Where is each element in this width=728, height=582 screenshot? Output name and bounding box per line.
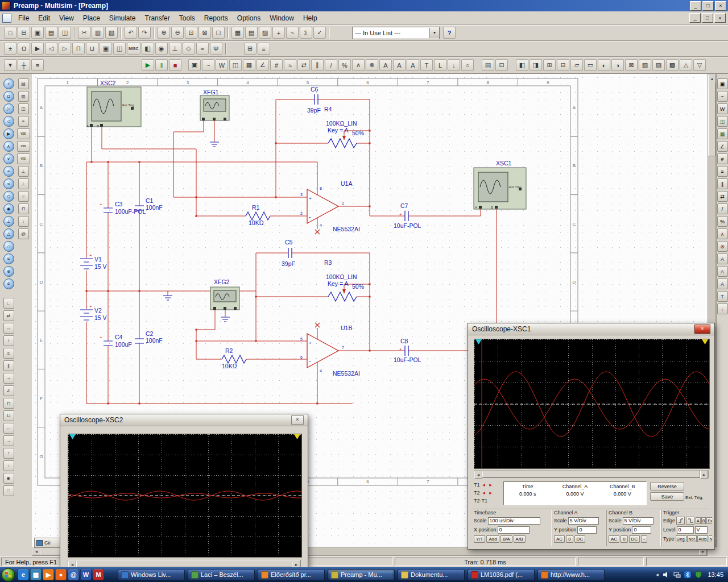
- frequency-counter-icon[interactable]: #: [270, 59, 283, 71]
- window-titlebar[interactable]: Oscilloscope-XSC2 ×: [60, 414, 308, 426]
- mdi-minimize-button[interactable]: _: [689, 13, 701, 23]
- maximize-button[interactable]: □: [702, 1, 714, 11]
- agilent-function-generator-icon[interactable]: A: [379, 59, 392, 71]
- scroll-left-icon[interactable]: ◄: [474, 471, 482, 479]
- redo-icon[interactable]: ↷: [138, 27, 151, 39]
- place-source-icon[interactable]: ±: [4, 43, 16, 55]
- iv-analyzer-icon[interactable]: /: [325, 59, 337, 71]
- trigger-auto-button[interactable]: Auto: [697, 535, 708, 542]
- instrument-icon-9[interactable]: ⊠: [625, 59, 638, 71]
- multimeter-tool-icon[interactable]: ▣: [717, 78, 728, 89]
- taskbar-button[interactable]: Laci – Beszél...: [188, 569, 255, 580]
- oscilloscope-icon[interactable]: ◫: [229, 59, 242, 71]
- channel-b-dc-button[interactable]: DC: [629, 535, 640, 543]
- wattmeter-icon[interactable]: W: [216, 59, 228, 71]
- place-bus-icon[interactable]: ≡: [258, 43, 270, 55]
- internet-explorer-icon[interactable]: e: [18, 569, 29, 580]
- yt-mode-button[interactable]: Y/T: [474, 535, 485, 543]
- place-transistor-icon[interactable]: ◁: [45, 43, 57, 55]
- close-icon[interactable]: ×: [291, 415, 304, 425]
- menu-tools[interactable]: Tools: [175, 13, 200, 24]
- spreadsheet-view-icon[interactable]: ▤: [245, 27, 258, 39]
- four-channel-scope-tool-icon[interactable]: ▦: [717, 128, 728, 139]
- drawing-tool-icon-12[interactable]: →: [3, 435, 14, 446]
- create-component-icon[interactable]: +: [272, 27, 285, 39]
- trigger-sing-button[interactable]: Sing.: [676, 535, 687, 542]
- cut-icon[interactable]: ✂: [78, 27, 90, 39]
- agilent-mm-tool-icon[interactable]: A: [717, 266, 728, 277]
- windows-media-player-icon[interactable]: ▶: [43, 569, 54, 580]
- channel-a-ypos-value[interactable]: 0: [577, 526, 597, 534]
- trigger-none-button[interactable]: None: [709, 535, 712, 542]
- x-position-value[interactable]: 0: [498, 526, 530, 534]
- channel-b-minus-button[interactable]: -: [641, 535, 647, 543]
- instrument-icon-11[interactable]: ▨: [652, 59, 665, 71]
- drawing-tool-icon-15[interactable]: ■: [3, 473, 14, 484]
- agilent-fg-tool-icon[interactable]: A: [717, 253, 728, 264]
- agilent-scope-tool-icon[interactable]: A: [717, 278, 728, 289]
- in-use-list-dropdown[interactable]: --- In Use List --- ▼: [352, 27, 440, 39]
- pause-simulation-icon[interactable]: ‖: [155, 59, 168, 71]
- print-icon[interactable]: ▤: [45, 27, 57, 39]
- place-analog-icon[interactable]: ▷: [59, 43, 71, 55]
- mdi-restore-button[interactable]: □: [702, 13, 713, 23]
- menu-view[interactable]: View: [55, 13, 78, 24]
- taskbar-button[interactable]: Előerősítő pr...: [258, 569, 325, 580]
- description-box-icon[interactable]: ▤: [482, 59, 494, 71]
- instrument-icon-1[interactable]: ◧: [516, 59, 528, 71]
- oscilloscope-xsc1-window[interactable]: Oscilloscope-XSC1 × ◄ ► T1 ◄ ► T2 ◄ ► T2…: [468, 323, 715, 550]
- oscilloscope-xsc2-window[interactable]: Oscilloscope-XSC2 × ◄ ►: [60, 414, 308, 569]
- place-misc-icon[interactable]: ◇: [183, 43, 195, 55]
- scroll-left-icon[interactable]: ◄: [32, 547, 40, 555]
- run-simulation-icon[interactable]: ▶: [142, 59, 154, 71]
- instrument-icon-3[interactable]: ⊞: [543, 59, 556, 71]
- show-desktop-icon[interactable]: ▦: [30, 569, 42, 580]
- measurement-probe-icon[interactable]: ↓: [448, 59, 460, 71]
- place-cmos-icon[interactable]: ⊔: [86, 43, 98, 55]
- distortion-analyzer-tool-icon[interactable]: %: [717, 216, 728, 227]
- taskbar-button[interactable]: Dokumentu...: [398, 569, 465, 580]
- network-analyzer-tool-icon[interactable]: ⊗: [717, 241, 728, 252]
- channel-a-ac-button[interactable]: AC: [554, 535, 565, 543]
- frequency-counter-tool-icon[interactable]: #: [717, 153, 728, 164]
- oscilloscope-xsc2-component[interactable]: [87, 87, 141, 127]
- electrical-rules-check-icon[interactable]: ✓: [313, 27, 326, 39]
- place-hierarchical-block-icon[interactable]: ⊞: [244, 43, 257, 55]
- ba-mode-button[interactable]: B/A: [500, 535, 512, 543]
- zoom-area-icon[interactable]: ⊡: [185, 27, 197, 39]
- ground-icon[interactable]: ⊥: [18, 166, 29, 177]
- t2-cursor-arrows-icon[interactable]: ◄ ►: [482, 490, 494, 496]
- spectrum-analyzer-icon[interactable]: ∧: [352, 59, 365, 71]
- place-ncs-group-icon[interactable]: ⊕: [3, 266, 14, 277]
- menu-options[interactable]: Options: [233, 13, 265, 24]
- instrument-icon-10[interactable]: ▧: [639, 59, 651, 71]
- logic-converter-tool-icon[interactable]: ⇄: [717, 191, 728, 202]
- place-basic-group-icon[interactable]: Ω: [3, 91, 14, 102]
- place-ttl-icon[interactable]: ⊓: [72, 43, 85, 55]
- new-sheet-icon[interactable]: ◫: [18, 103, 29, 114]
- menu-reports[interactable]: Reports: [200, 13, 233, 24]
- logic-analyzer-icon[interactable]: ∥: [311, 59, 324, 71]
- vee-rail-icon[interactable]: VEE: [17, 153, 30, 164]
- oscilloscope-tool-icon[interactable]: ◫: [717, 116, 728, 127]
- grapher-icon[interactable]: ~: [286, 27, 299, 39]
- close-button[interactable]: ×: [715, 1, 726, 11]
- reverse-button[interactable]: Reverse: [650, 482, 684, 490]
- menu-help[interactable]: Help: [299, 13, 322, 24]
- probe-icon[interactable]: ↓: [18, 216, 29, 227]
- multimeter-icon[interactable]: ▣: [188, 59, 201, 71]
- t1-cursor-icon[interactable]: [475, 339, 482, 344]
- drawing-tool-icon-1[interactable]: ∟: [3, 298, 14, 309]
- function-generator-icon[interactable]: ~: [202, 59, 214, 71]
- drawing-tool-icon-11[interactable]: ←: [3, 423, 14, 434]
- save-icon[interactable]: ▣: [31, 27, 44, 39]
- print-preview-icon[interactable]: ◫: [59, 27, 71, 39]
- instrument-icon-5[interactable]: ▱: [570, 59, 583, 71]
- t2-cursor-row[interactable]: T2 ◄ ►: [474, 490, 494, 496]
- instrument-icon-2[interactable]: ◨: [530, 59, 542, 71]
- start-button[interactable]: [1, 568, 15, 582]
- function-generator-xfg2-component[interactable]: [210, 287, 239, 310]
- place-advanced-peripherals-icon[interactable]: ◫: [113, 43, 126, 55]
- hierarchical-block-icon[interactable]: ▤: [18, 78, 29, 89]
- postprocessor-icon[interactable]: Σ: [300, 27, 312, 39]
